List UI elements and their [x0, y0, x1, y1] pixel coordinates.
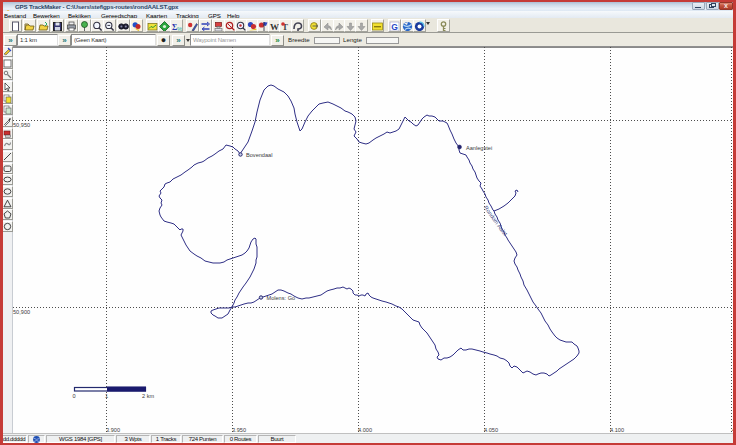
svg-text:1: 1 [105, 393, 108, 399]
svg-text:50,900: 50,900 [13, 309, 30, 315]
svg-text:Aanlegstei: Aanlegstei [466, 145, 492, 151]
svg-text:Rondom Aalst: Rondom Aalst [483, 205, 509, 238]
svg-text:Molens: Go: Molens: Go [267, 295, 296, 301]
svg-text:0: 0 [73, 393, 76, 399]
svg-text:G: G [391, 21, 398, 31]
svg-text:%: % [177, 26, 182, 32]
svg-text:W: W [270, 22, 279, 32]
svg-text:2 km: 2 km [142, 393, 154, 399]
svg-text:50,950: 50,950 [13, 122, 30, 128]
svg-text:Bovendaal: Bovendaal [246, 152, 272, 158]
